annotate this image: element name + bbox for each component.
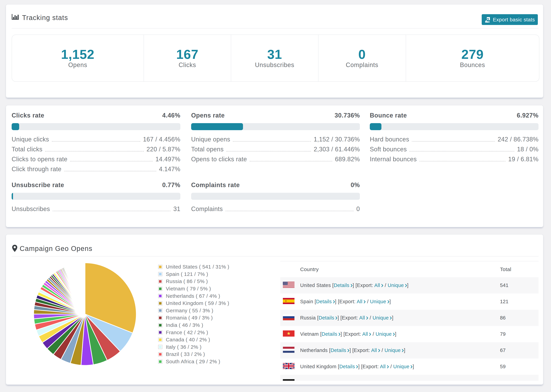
stat-bounces-label: Bounces: [406, 62, 539, 68]
flag-de-icon: [283, 379, 295, 381]
bounce-rate-progressbar: [370, 123, 538, 130]
stat-complaints: 0 Complaints: [318, 35, 406, 81]
rate-row-value: 220 / 5.87%: [147, 144, 180, 154]
export-all-link[interactable]: All: [374, 283, 383, 288]
export-unique-link[interactable]: Unique: [376, 331, 395, 337]
rate-row: Unique opens 1,152 / 30.736%: [191, 134, 360, 144]
legend-item: Romania ( 49 / 3% ): [158, 314, 229, 322]
legend-label: South Africa ( 29 / 2% ): [166, 359, 220, 364]
legend-swatch: [158, 352, 162, 357]
rate-row-value: 2,303 / 61.446%: [314, 144, 360, 154]
geo-table-row: Russia [Details] [Export: All / Unique]8…: [280, 310, 538, 326]
rate-row-value: 18 / 0%: [517, 144, 538, 154]
country-total: 59: [500, 358, 506, 375]
legend-item: Brazil ( 33 / 2% ): [158, 351, 229, 358]
export-unique-link[interactable]: Unique: [384, 348, 404, 353]
export-unique-link[interactable]: Unique: [378, 380, 397, 381]
rate-row-label: Click through rate: [12, 164, 61, 174]
bounce-rate-value: 6.927%: [517, 112, 538, 119]
geo-header-divider: [12, 256, 538, 257]
geo-table-header: Country Total: [280, 261, 538, 277]
export-label: Export:: [339, 299, 356, 304]
clicks-rate-progressbar: [12, 123, 180, 130]
export-label: Export:: [363, 364, 379, 369]
geo-table-row: Netherlands [Details] [Export: All / Uni…: [280, 342, 538, 358]
geo-table-row: United States [Details] [Export: All / U…: [280, 277, 538, 294]
unsubscribe-rate-title: Unsubscribe rate: [12, 182, 64, 189]
opens-rate-progress-fill: [191, 123, 243, 130]
country-name: Vietnam: [300, 331, 319, 337]
legend-item: United Kingdom ( 59 / 3% ): [158, 300, 229, 307]
rate-row: Total clicks 220 / 5.87%: [12, 144, 180, 154]
legend-swatch: [158, 338, 162, 342]
rates-card: Clicks rate 4.46% Unique clicks 167 / 4.…: [6, 105, 544, 227]
stat-clicks-label: Clicks: [144, 62, 231, 68]
legend-swatch: [158, 330, 162, 335]
stat-bounces-value: 279: [406, 48, 539, 61]
export-all-link[interactable]: All: [371, 348, 380, 353]
complaints-rate-progressbar: [191, 193, 360, 200]
dotted-leader: [64, 171, 156, 171]
details-link[interactable]: Details: [339, 364, 358, 369]
export-unique-link[interactable]: Unique: [393, 364, 413, 369]
country-total: 79: [500, 326, 506, 342]
details-link[interactable]: Details: [324, 380, 343, 381]
stat-clicks-value: 167: [144, 48, 231, 61]
legend-swatch: [158, 279, 162, 284]
details-link[interactable]: Details: [319, 315, 338, 321]
rate-row-value: 19 / 6.81%: [508, 154, 538, 164]
export-all-link[interactable]: All: [362, 331, 371, 337]
export-unique-link[interactable]: Unique: [373, 315, 392, 321]
legend-label: Spain ( 121 / 7% ): [166, 271, 208, 277]
unsubscribe-rate-progressbar: [12, 193, 180, 200]
flag-ru-icon: [283, 314, 295, 320]
legend-swatch: [158, 272, 162, 276]
legend-label: Netherlands ( 67 / 4% ): [166, 293, 220, 299]
rate-row: Hard bounces 242 / 86.738%: [370, 134, 538, 144]
rate-row-label: Hard bounces: [370, 134, 409, 144]
clicks-rate-progress-fill: [12, 123, 19, 130]
legend-item: Netherlands ( 67 / 4% ): [158, 292, 229, 300]
details-link[interactable]: Details: [334, 283, 353, 288]
export-label: Export:: [357, 283, 373, 288]
opens-rate-value: 30.736%: [335, 112, 360, 119]
unsubscribe-rate-progress-fill: [12, 193, 13, 200]
rate-row-value: 689.82%: [335, 154, 360, 164]
details-link[interactable]: Details: [331, 348, 349, 353]
details-link[interactable]: Details: [322, 331, 340, 337]
complaints-rate-title: Complaints rate: [191, 182, 240, 189]
rate-row-value: 4.147%: [159, 164, 180, 174]
dotted-leader: [412, 141, 495, 142]
rate-row-value: 1,152 / 30.736%: [314, 134, 360, 144]
stat-bounces: 279 Bounces: [406, 35, 539, 81]
dotted-leader: [419, 161, 505, 161]
stat-unsubscribes: 31 Unsubscribes: [231, 35, 318, 81]
clicks-rate-value: 4.46%: [162, 112, 180, 119]
rate-row: Complaints 0: [191, 204, 360, 214]
rate-row: Unsubscribes 31: [12, 204, 180, 214]
legend-label: Brazil ( 33 / 2% ): [166, 351, 205, 357]
country-name: United Kingdom: [300, 364, 336, 369]
tracking-stats-card: Tracking stats Export basic stats 1,152 …: [6, 4, 544, 98]
complaints-rate-value: 0%: [351, 182, 360, 189]
details-link[interactable]: Details: [316, 299, 335, 304]
export-all-link[interactable]: All: [359, 315, 368, 321]
geo-opens-pie-chart[interactable]: [33, 262, 137, 366]
legend-item: South Africa ( 29 / 2% ): [158, 358, 229, 365]
export-unique-link[interactable]: Unique: [370, 299, 389, 304]
opens-rate-progressbar: [191, 123, 360, 130]
export-all-link[interactable]: All: [380, 364, 389, 369]
country-name: Russia: [300, 315, 316, 321]
stat-opens-label: Opens: [12, 62, 144, 68]
rate-row-label: Internal bounces: [370, 154, 417, 164]
export-icon: [485, 17, 490, 23]
export-basic-stats-button[interactable]: Export basic stats: [482, 14, 538, 25]
stat-opens-value: 1,152: [12, 48, 144, 61]
legend-label: Germany ( 55 / 3% ): [166, 308, 213, 314]
export-all-link[interactable]: All: [365, 380, 373, 381]
dotted-leader: [250, 161, 332, 161]
export-all-link[interactable]: All: [357, 299, 366, 304]
export-unique-link[interactable]: Unique: [388, 283, 407, 288]
legend-label: Romania ( 49 / 3% ): [166, 315, 213, 321]
rate-row: Internal bounces 19 / 6.81%: [370, 154, 538, 164]
